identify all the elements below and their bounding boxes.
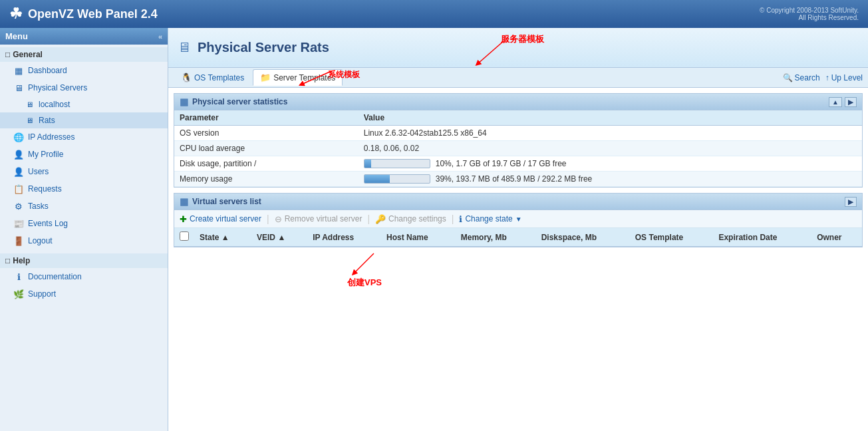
create-vps-label: 创建VPS (347, 277, 400, 289)
sidebar-group-help[interactable]: □ Help (0, 253, 168, 268)
disk-progress-fill (364, 160, 371, 168)
vserver-col-hostname: Host Name (381, 228, 456, 247)
vserver-col-memory: Memory, Mb (456, 228, 536, 247)
vserver-col-state[interactable]: State ▲ (194, 228, 251, 247)
disk-progress-bar (364, 159, 430, 168)
state-col-label: State (200, 233, 219, 242)
sidebar-item-dashboard[interactable]: ▦ Dashboard (0, 62, 168, 79)
sidebar-collapse-btn[interactable]: « (158, 33, 162, 41)
sidebar-group-help-label: Help (13, 256, 30, 265)
remove-virtual-server-label: Remove virtual server (285, 214, 362, 223)
sidebar-group-general[interactable]: □ General (0, 47, 168, 62)
sidebar-tasks-label: Tasks (28, 202, 49, 211)
virtual-servers-section-header-left: ▦ Virtual servers list (180, 196, 261, 207)
change-state-label: Change state (465, 214, 512, 223)
stats-param-memory: Memory usage (174, 172, 359, 187)
sidebar-item-events-log[interactable]: 📰 Events Log (0, 215, 168, 232)
search-action[interactable]: 🔍 Search (783, 73, 820, 82)
sidebar-group-general-label: General (13, 50, 43, 59)
expand-btn[interactable]: ▶ (845, 97, 857, 107)
create-virtual-server-label: Create virtual server (190, 214, 261, 223)
vserver-section-icon: ▦ (180, 196, 188, 207)
tabs-bar: 🐧 OS Templates 📁 Server Templates 系统模板 (168, 68, 868, 88)
sidebar-item-my-profile[interactable]: 👤 My Profile (0, 146, 168, 163)
sidebar-support-label: Support (28, 289, 56, 299)
header-logo: ☘ (9, 5, 23, 23)
sidebar-item-tasks[interactable]: ⚙ Tasks (0, 198, 168, 215)
statistics-section-title: Physical server statistics (192, 97, 287, 106)
sidebar-ip-addresses-label: IP Addresses (28, 132, 75, 142)
sidebar-sub-item-rats[interactable]: 🖥 Rats (0, 112, 168, 128)
vserver-table: State ▲ VEID ▲ IP Address Host Name (174, 228, 862, 247)
create-virtual-server-btn[interactable]: ✚ Create virtual server (180, 214, 261, 224)
stats-row-cpu: CPU load average 0.18, 0.06, 0.02 (174, 141, 862, 156)
stats-value-cpu: 0.18, 0.06, 0.02 (359, 141, 862, 156)
page-header: 🖥 Physical Server Rats 服务器模板 (168, 28, 868, 68)
sidebar: Menu « □ General ▦ Dashboard 🖥 Physical … (0, 28, 168, 431)
stats-col-parameter: Parameter (174, 110, 359, 126)
statistics-section-header: ▦ Physical server statistics ▲ ▶ (174, 94, 862, 110)
sidebar-item-physical-servers[interactable]: 🖥 Physical Servers (0, 79, 168, 96)
create-icon: ✚ (180, 214, 187, 224)
sidebar-item-support[interactable]: 🌿 Support (0, 285, 168, 303)
stats-param-disk: Disk usage, partition / (174, 156, 359, 172)
sidebar-rats-label: Rats (39, 116, 55, 125)
owner-col-label: Owner (817, 233, 841, 242)
minus-help-icon: □ (5, 256, 10, 265)
sidebar-item-users[interactable]: 👤 Users (0, 163, 168, 180)
sidebar-header: Menu « (0, 28, 168, 45)
vserver-expand-btn[interactable]: ▶ (845, 197, 857, 207)
annotation-arrow-1 (468, 37, 507, 71)
users-icon: 👤 (13, 166, 24, 177)
events-log-icon: 📰 (13, 218, 24, 229)
annotation-arrow-3 (347, 250, 400, 283)
virtual-servers-section-actions: ▶ (845, 197, 857, 207)
stats-value-disk: 10%, 1.7 GB of 19.7 GB / 17 GB free (359, 156, 862, 172)
sidebar-item-documentation[interactable]: ℹ Documentation (0, 268, 168, 285)
search-icon: 🔍 (783, 73, 793, 82)
vserver-col-os-template: OS Template (630, 228, 714, 247)
vserver-col-veid[interactable]: VEID ▲ (251, 228, 307, 247)
sidebar-item-ip-addresses[interactable]: 🌐 IP Addresses (0, 128, 168, 146)
up-level-action[interactable]: ↑ Up Level (825, 73, 863, 82)
sidebar-item-logout[interactable]: 🚪 Logout (0, 232, 168, 249)
sidebar-sub-item-localhost[interactable]: 🖥 localhost (0, 96, 168, 112)
sidebar-my-profile-label: My Profile (28, 150, 63, 159)
dropdown-icon: ▼ (515, 216, 522, 223)
change-settings-btn[interactable]: 🔑 Change settings (375, 214, 446, 224)
change-state-btn[interactable]: ℹ Change state ▼ (459, 214, 521, 224)
stats-param-os-version: OS version (174, 126, 359, 141)
tab-os-templates[interactable]: 🐧 OS Templates (174, 69, 251, 86)
virtual-servers-section: ▦ Virtual servers list ▶ ✚ Create virtua… (174, 193, 863, 247)
svg-line-1 (478, 41, 504, 64)
toolbar-sep-2: | (367, 214, 370, 224)
stats-row-os-version: OS version Linux 2.6.32-042stab125.5 x86… (174, 126, 862, 141)
statistics-table: Parameter Value OS version Linux 2.6.32-… (174, 110, 862, 187)
remove-virtual-server-btn[interactable]: ⊖ Remove virtual server (275, 214, 362, 224)
state-icon: ℹ (459, 214, 462, 224)
svg-line-3 (301, 71, 331, 84)
page-title: Physical Server Rats (198, 40, 329, 55)
header-copyright: © Copyright 2008-2013 SoftUnity.All Righ… (760, 7, 859, 21)
sidebar-dashboard-label: Dashboard (28, 66, 67, 75)
svg-line-5 (354, 253, 374, 273)
create-vps-annotation: 创建VPS (347, 250, 400, 289)
vserver-col-expiration: Expiration Date (713, 228, 811, 247)
statistics-section-header-left: ▦ Physical server statistics (180, 96, 287, 107)
documentation-icon: ℹ (13, 271, 24, 282)
vserver-col-checkbox (174, 228, 194, 247)
stats-value-memory: 39%, 193.7 MB of 485.9 MB / 292.2 MB fre… (359, 172, 862, 187)
select-all-checkbox[interactable] (180, 231, 189, 241)
sidebar-item-requests[interactable]: 📋 Requests (0, 180, 168, 198)
collapse-btn[interactable]: ▲ (829, 97, 842, 107)
folder-icon: 📁 (260, 72, 271, 82)
toolbar-sep-1: | (267, 214, 269, 224)
sidebar-localhost-label: localhost (39, 100, 70, 109)
tasks-icon: ⚙ (13, 201, 24, 212)
sidebar-events-log-label: Events Log (28, 219, 68, 228)
key-icon: 🔑 (375, 214, 386, 224)
hostname-col-label: Host Name (386, 233, 428, 242)
vserver-toolbar: ✚ Create virtual server | ⊖ Remove virtu… (174, 210, 862, 228)
disk-usage-text: 10%, 1.7 GB of 19.7 GB / 17 GB free (436, 159, 567, 168)
sidebar-documentation-label: Documentation (28, 272, 82, 281)
